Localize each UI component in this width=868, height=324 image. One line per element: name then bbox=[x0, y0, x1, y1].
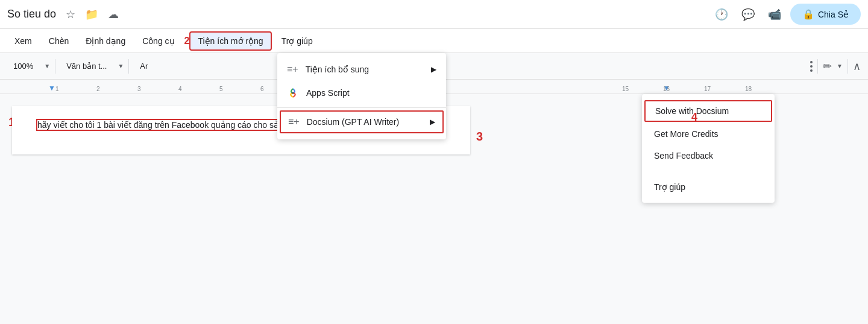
star-icon[interactable]: ☆ bbox=[66, 8, 75, 21]
menu-tienich[interactable]: Tiện ích mở rộng bbox=[189, 31, 271, 51]
folder-icon[interactable]: 📁 bbox=[85, 8, 98, 21]
docsium-arrow: ▶ bbox=[430, 118, 435, 126]
step-2-badge: 2 bbox=[184, 36, 190, 46]
ruler-mark-6: 6 bbox=[260, 86, 264, 92]
ruler-mark-16: 16 bbox=[663, 86, 670, 92]
dropdown-item-docsium[interactable]: ≡+ Docsium (GPT AI Writer) ▶ bbox=[280, 110, 444, 133]
sub-item-solve[interactable]: Solve with Docsium bbox=[644, 100, 772, 122]
docsium-icon: ≡+ bbox=[288, 116, 300, 127]
dropdown-item-apps-script[interactable]: Apps Script bbox=[277, 81, 446, 105]
toolbar-sep-3 bbox=[817, 59, 818, 74]
toolbar-right: ✏ ▼ ∧ bbox=[810, 59, 861, 74]
menu-congcu[interactable]: Công cụ bbox=[135, 33, 181, 49]
menu-bar: Xem Chèn Định dạng Công cụ 2 Tiện ích mở… bbox=[0, 29, 868, 53]
lock-icon: 🔒 bbox=[802, 8, 814, 20]
top-bar-icons: 🕐 💬 📹 🔒 Chia Sẻ bbox=[711, 4, 861, 25]
toolbar-sep-2 bbox=[128, 59, 129, 74]
toolbar-sep-4 bbox=[848, 59, 848, 74]
ruler-triangle-left[interactable]: ▼ bbox=[48, 84, 55, 92]
doc-title: So tieu do bbox=[7, 8, 56, 21]
ruler-mark-1: 1 bbox=[55, 86, 59, 92]
ruler-mark-15: 15 bbox=[622, 86, 629, 92]
get-credits-label: Get More Credits bbox=[654, 129, 719, 139]
dropdown-menu: ≡+ Tiện ích bổ sung ▶ Apps Script bbox=[277, 53, 446, 139]
tienich-bosung-arrow: ▶ bbox=[431, 65, 436, 74]
svg-point-1 bbox=[292, 92, 294, 94]
history-icon[interactable]: 🕐 bbox=[711, 4, 732, 25]
collapse-icon[interactable]: ∧ bbox=[853, 60, 861, 73]
trogiup-label: Trợ giúp bbox=[654, 182, 685, 192]
menu-dinhdang[interactable]: Định dạng bbox=[78, 33, 133, 49]
sub-gap bbox=[642, 167, 775, 176]
sub-dropdown: Solve with Docsium 4 Get More Credits Se… bbox=[642, 94, 775, 203]
step-4-badge: 4 bbox=[691, 111, 697, 124]
share-button[interactable]: 🔒 Chia Sẻ bbox=[790, 4, 861, 25]
video-icon[interactable]: 📹 bbox=[764, 4, 785, 25]
ruler-mark-3: 3 bbox=[137, 86, 141, 92]
comment-icon[interactable]: 💬 bbox=[737, 4, 759, 25]
toolbar-sep-1 bbox=[55, 59, 55, 74]
menu-chen[interactable]: Chèn bbox=[42, 33, 76, 49]
tienich-dropdown: ≡+ Tiện ích bổ sung ▶ Apps Script bbox=[277, 53, 446, 139]
toolbar-font-style[interactable]: Văn bản t... bbox=[60, 59, 113, 73]
menu-trogiup[interactable]: Trợ giúp bbox=[274, 33, 320, 49]
share-label: Chia Sẻ bbox=[818, 10, 849, 19]
ruler-mark-17: 17 bbox=[704, 86, 711, 92]
dropdown-item-tienich-bosung[interactable]: ≡+ Tiện ích bổ sung ▶ bbox=[277, 58, 446, 81]
tienich-bosung-label: Tiện ích bổ sung bbox=[306, 65, 369, 74]
apps-script-icon bbox=[287, 87, 299, 99]
cloud-icon[interactable]: ☁ bbox=[108, 8, 119, 21]
sub-item-trogiup[interactable]: Trợ giúp bbox=[642, 176, 775, 198]
ruler-mark-4: 4 bbox=[178, 86, 182, 92]
docsium-label: Docsium (GPT AI Writer) bbox=[307, 117, 400, 127]
dropdown-divider bbox=[277, 107, 446, 108]
top-bar: So tieu do ☆ 📁 ☁ 🕐 💬 📹 🔒 Chia Sẻ bbox=[0, 0, 868, 29]
send-feedback-label: Send Feedback bbox=[654, 151, 713, 160]
font-style-dropdown[interactable]: ▼ bbox=[118, 63, 124, 69]
menu-xem[interactable]: Xem bbox=[7, 33, 39, 49]
step-3-badge: 3 bbox=[476, 130, 483, 144]
ruler-mark-18: 18 bbox=[745, 86, 752, 92]
pencil-edit-icon[interactable]: ✏ bbox=[823, 60, 832, 73]
toolbar-zoom[interactable]: 100% bbox=[7, 59, 39, 73]
tienich-bosung-icon: ≡+ bbox=[287, 64, 298, 75]
zoom-dropdown-icon[interactable]: ▼ bbox=[44, 63, 50, 69]
apps-script-label: Apps Script bbox=[306, 88, 350, 98]
ruler-mark-5: 5 bbox=[219, 86, 223, 92]
toolbar-font-name[interactable]: Ar bbox=[134, 59, 154, 73]
ruler-mark-2: 2 bbox=[96, 86, 100, 92]
sub-item-credits[interactable]: Get More Credits bbox=[642, 123, 775, 145]
edit-dropdown-icon[interactable]: ▼ bbox=[837, 63, 843, 69]
sub-item-feedback[interactable]: Send Feedback bbox=[642, 145, 775, 167]
more-options-icon[interactable] bbox=[810, 61, 813, 72]
